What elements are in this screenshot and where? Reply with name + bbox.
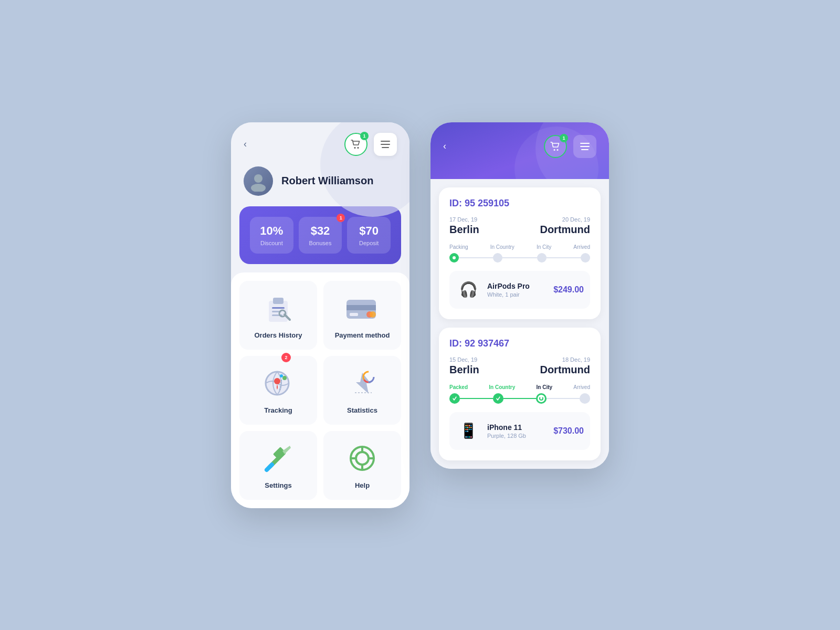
from-city-1: Berlin: [449, 224, 479, 236]
settings-label: Settings: [265, 481, 291, 489]
track-seg-2: [502, 257, 537, 258]
stat-deposit-label: Deposit: [352, 240, 385, 246]
menu-item-help[interactable]: Help: [323, 431, 401, 500]
phone2-menu-line-2: [580, 146, 590, 147]
phone2-menu-line-3: [581, 149, 589, 150]
stat-discount-label: Discount: [255, 240, 288, 246]
product-desc-2: Purple, 128 Gb: [487, 433, 547, 439]
avatar-image: [244, 166, 273, 196]
menu-item-payment[interactable]: Payment method: [323, 281, 401, 350]
profile-section: Robert Williamson: [231, 156, 410, 206]
order-card-2: ID: 92 937467 15 Dec, 19 Berlin 18 Dec, …: [439, 328, 601, 460]
svg-point-3: [251, 184, 266, 192]
track-label-packed: Packed: [449, 384, 468, 390]
menu-line-2: [381, 144, 390, 145]
svg-rect-11: [346, 305, 376, 310]
wrench-icon: [261, 442, 295, 475]
phone1-header: ‹ 1: [231, 122, 410, 156]
svg-point-16: [274, 378, 280, 384]
header-right: 1: [344, 133, 397, 156]
lifering-icon: [345, 442, 379, 475]
svg-point-17: [282, 376, 287, 380]
track-label-incountry2: In Country: [489, 384, 515, 390]
tracking-line-2: [449, 393, 590, 404]
svg-line-25: [267, 465, 272, 470]
track-label-incountry: In Country: [490, 244, 514, 250]
track-dot-2-2: [536, 393, 547, 404]
to-city-1: Dortmund: [540, 224, 590, 236]
screens-container: ‹ 1: [210, 101, 630, 529]
phone2-cart-button[interactable]: 1: [544, 135, 567, 158]
menu-grid-section: Orders History Payment method: [231, 272, 410, 508]
svg-point-0: [354, 147, 356, 149]
menu-button[interactable]: [374, 133, 397, 156]
track-dot-1-1: [493, 253, 502, 262]
phone-1: ‹ 1: [231, 122, 410, 508]
product-row-2: 📱 iPhone 11 Purple, 128 Gb $730.00: [449, 412, 590, 450]
svg-point-32: [554, 149, 555, 151]
stat-deposit: $70 Deposit: [347, 217, 391, 254]
product-info-1: AirPods Pro White, 1 pair: [487, 282, 547, 298]
tracking-label: Tracking: [264, 406, 292, 414]
phone2-menu-button[interactable]: [573, 135, 596, 158]
track-seg2-2: [503, 398, 537, 399]
menu-item-statistics[interactable]: Statistics: [323, 356, 401, 425]
svg-rect-6: [272, 307, 285, 309]
tracking-bar-1: Packing In Country In City Arrived: [449, 244, 590, 262]
track-label-incity: In City: [537, 244, 551, 250]
product-price-1: $249.00: [553, 285, 584, 295]
avatar: [244, 166, 273, 196]
product-desc-1: White, 1 pair: [487, 291, 547, 298]
track-label-arrived2: Arrived: [573, 384, 590, 390]
menu-item-tracking[interactable]: 2 Track: [239, 356, 317, 425]
globe-icon: [261, 366, 295, 400]
order-id-2: ID: 92 937467: [449, 338, 590, 349]
phone2-back-button[interactable]: ‹: [443, 141, 446, 152]
track-dot-2-0: [449, 393, 460, 404]
track-seg-1: [459, 257, 493, 258]
order-route-1: 17 Dec, 19 Berlin 20 Dec, 19 Dortmund: [449, 216, 590, 236]
to-date-1: 20 Dec, 19: [540, 216, 590, 223]
phone2-menu-line-1: [580, 143, 590, 144]
track-dot-1-0: [449, 253, 459, 262]
phone2-cart-badge: 1: [560, 134, 568, 142]
track-label-incity2: In City: [537, 384, 553, 390]
help-label: Help: [355, 481, 370, 489]
stat-discount: 10% Discount: [250, 217, 293, 254]
track-dot-1-2: [537, 253, 547, 262]
menu-grid: Orders History Payment method: [239, 281, 401, 500]
orders-history-label: Orders History: [254, 331, 302, 339]
bonuses-badge: 1: [337, 214, 345, 222]
card-icon: [345, 291, 379, 325]
phone2-nav: ‹ 1: [443, 135, 596, 158]
menu-item-settings[interactable]: Settings: [239, 431, 317, 500]
back-button[interactable]: ‹: [244, 139, 247, 150]
cart-button[interactable]: 1: [344, 133, 368, 156]
phone2-header: ‹ 1: [430, 122, 609, 179]
order-route-2: 15 Dec, 19 Berlin 18 Dec, 19 Dortmund: [449, 356, 590, 376]
track-label-arrived: Arrived: [573, 244, 590, 250]
profile-name: Robert Williamson: [281, 175, 373, 187]
product-name-1: AirPods Pro: [487, 282, 547, 290]
chart-icon: [345, 366, 379, 400]
svg-point-27: [356, 452, 369, 465]
clipboard-icon: [261, 291, 295, 325]
phone2-content: ID: 95 259105 17 Dec, 19 Berlin 20 Dec, …: [430, 179, 609, 469]
svg-point-14: [370, 311, 376, 318]
iphone-icon: 📱: [456, 418, 481, 444]
route-to-1: 20 Dec, 19 Dortmund: [540, 216, 590, 236]
track-seg-3: [547, 257, 581, 258]
statistics-label: Statistics: [347, 406, 377, 414]
phone-2: ‹ 1: [430, 122, 609, 469]
menu-item-orders-history[interactable]: Orders History: [239, 281, 317, 350]
product-price-2: $730.00: [553, 426, 584, 436]
tracking-badge: 2: [281, 353, 291, 362]
route-to-2: 18 Dec, 19 Dortmund: [540, 356, 590, 376]
product-name-2: iPhone 11: [487, 423, 547, 432]
stat-bonuses: 1 $32 Bonuses: [299, 217, 342, 254]
menu-line-1: [381, 141, 390, 142]
tracking-bar-2: Packed In Country In City Arrived: [449, 384, 590, 404]
svg-point-34: [453, 256, 456, 259]
stat-bonuses-label: Bonuses: [304, 240, 337, 246]
svg-point-18: [280, 374, 283, 377]
